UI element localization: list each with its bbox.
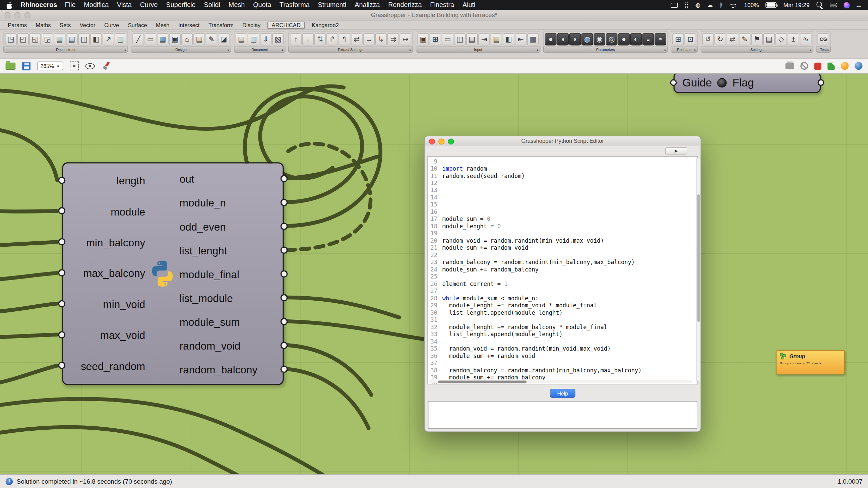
toolbar-group-label[interactable]: Deconstruct▸ [3, 47, 128, 53]
toolbar-icon[interactable]: ↰ [339, 33, 350, 45]
apple-menu-icon[interactable] [7, 1, 13, 8]
guide-flag-group[interactable]: Guide Flag [673, 74, 821, 93]
menu-renderizza[interactable]: Renderizza [388, 1, 422, 9]
battery-icon[interactable] [766, 2, 777, 8]
toolbar-icon[interactable]: ◇ [775, 33, 787, 45]
siri-icon[interactable] [843, 2, 849, 8]
toolbar-icon[interactable]: ⇥ [478, 33, 490, 45]
wireframe-preview-icon[interactable] [828, 62, 835, 69]
wire[interactable] [0, 273, 57, 280]
toolbar-icon[interactable]: → [363, 33, 375, 45]
toolbar-icon[interactable]: ◍ [582, 33, 593, 45]
tab-intersect[interactable]: Intersect [174, 22, 204, 29]
toolbar-icon[interactable]: ↦ [400, 33, 411, 45]
toolbar-icon[interactable]: ⌂ [181, 33, 193, 45]
minimize-window-button[interactable] [14, 12, 21, 18]
toolbar-icon[interactable]: ⇉ [388, 33, 399, 45]
wire[interactable] [0, 211, 57, 212]
tab-surface[interactable]: Surface [123, 22, 151, 29]
tab-curve[interactable]: Curve [100, 22, 124, 29]
output-port-list-lenght[interactable] [280, 246, 288, 253]
toolbar-icon[interactable]: ▧ [272, 33, 284, 45]
editor-zoom-button[interactable] [448, 138, 454, 144]
group-annotation[interactable]: Group Group containing 22 objects. [776, 350, 844, 375]
toolbar-icon[interactable]: ⊡ [685, 33, 696, 45]
toolbar-group-label[interactable]: Settings▸ [701, 47, 813, 53]
vertical-scrollbar-thumb[interactable] [698, 194, 700, 322]
wire-knob-icon[interactable] [717, 78, 727, 87]
preview-eye-icon[interactable] [86, 63, 95, 69]
toolbar-icon[interactable]: ↺ [702, 33, 714, 45]
close-window-button[interactable] [4, 12, 10, 18]
guide-input-port[interactable] [670, 79, 677, 86]
record-icon[interactable] [814, 62, 822, 69]
preview-off-icon[interactable] [800, 62, 808, 70]
output-port-random-balcony[interactable] [280, 365, 288, 372]
wifi-icon[interactable] [730, 2, 737, 8]
bluetooth-icon[interactable]: ᛒ [719, 2, 723, 8]
toolbar-icon[interactable]: CG [818, 33, 830, 45]
toolbar-icon[interactable]: ▤ [193, 33, 205, 45]
toolbar-icon[interactable]: ▣ [169, 33, 181, 45]
displays-icon[interactable] [671, 2, 678, 7]
horizontal-scrollbar[interactable] [429, 380, 692, 384]
rendered-preview-icon[interactable] [855, 62, 862, 70]
toolbar-icon[interactable]: ◫ [454, 33, 466, 45]
toolbar-icon[interactable]: ● [545, 33, 557, 45]
toolbar-group-label[interactable]: Design▸ [131, 47, 231, 53]
toolbar-group-label[interactable]: Test▸ [816, 47, 831, 53]
toolbar-icon[interactable]: ▦ [157, 33, 168, 45]
run-script-button[interactable]: ▶ [665, 148, 687, 154]
toolbar-icon[interactable]: ⇅ [314, 33, 326, 45]
toolbar-icon[interactable]: ⇄ [351, 33, 363, 45]
wire[interactable] [0, 242, 57, 245]
wire[interactable] [0, 366, 57, 384]
wire[interactable] [286, 297, 399, 317]
toolbar-icon[interactable]: ◐ [630, 33, 642, 45]
wire[interactable] [0, 129, 57, 180]
toolbar-icon[interactable]: ◧ [91, 33, 102, 45]
menu-superficie[interactable]: Superficie [166, 1, 195, 9]
tab-kangaroo2[interactable]: Kangaroo2 [307, 22, 343, 29]
toolbar-icon[interactable]: ▣ [417, 33, 429, 45]
tab-transform[interactable]: Transform [204, 22, 238, 29]
tab-sets[interactable]: Sets [55, 22, 75, 29]
toolbar-group-label[interactable]: Reshape▸ [671, 47, 698, 53]
menu-finestra[interactable]: Finestra [430, 1, 454, 9]
window-titlebar[interactable]: Grasshopper - Example Building with terr… [0, 10, 868, 21]
code-area[interactable]: 910import random11random.seed(seed_rando… [427, 156, 698, 385]
help-button[interactable]: Help [550, 389, 576, 397]
toolbar-icon[interactable]: ⊞ [672, 33, 684, 45]
toolbar-icon[interactable]: ◒ [643, 33, 654, 45]
toolbar-icon[interactable]: ◰ [17, 33, 29, 45]
toolbar-icon[interactable]: ◗ [569, 33, 581, 45]
wire[interactable] [0, 335, 57, 337]
menu-solidi[interactable]: Solidi [204, 1, 220, 9]
toolbar-icon[interactable]: ↑ [290, 33, 302, 45]
editor-close-button[interactable] [429, 138, 435, 144]
python-editor-window[interactable]: Grasshopper Python Script Editor ▶ 910im… [424, 136, 701, 432]
tab-mesh[interactable]: Mesh [152, 22, 174, 29]
toolbar-group-label[interactable]: Input▸ [415, 47, 540, 53]
toolbar-icon[interactable]: ✎ [739, 33, 751, 45]
wire[interactable] [0, 399, 333, 474]
toolbar-icon[interactable]: ⚑ [751, 33, 763, 45]
output-port-list-module[interactable] [280, 294, 288, 301]
output-port-odd-even[interactable] [280, 222, 288, 230]
toolbar-icon[interactable]: ⇓ [260, 33, 272, 45]
toolbar-icon[interactable]: ◎ [606, 33, 618, 45]
toolbar-icon[interactable]: ◱ [30, 33, 41, 45]
menu-curve[interactable]: Curve [140, 1, 158, 9]
shaded-preview-icon[interactable] [841, 62, 848, 70]
menu-mesh[interactable]: Mesh [228, 1, 245, 9]
save-file-icon[interactable] [22, 62, 31, 70]
zoom-window-button[interactable] [25, 12, 31, 18]
cloud-icon[interactable]: ☁ [707, 2, 713, 8]
output-port-module-sum[interactable] [280, 318, 288, 325]
menu-vista[interactable]: Vista [117, 1, 132, 9]
output-port-module-n[interactable] [280, 199, 288, 206]
tab-archicad[interactable]: ARCHICAD [267, 22, 305, 29]
python-component[interactable]: lengthmodulemin_balconymax_balconymin_vo… [62, 162, 284, 385]
zoom-select[interactable]: 265% ▼ [37, 61, 63, 70]
toolbar-icon[interactable]: ± [787, 33, 799, 45]
